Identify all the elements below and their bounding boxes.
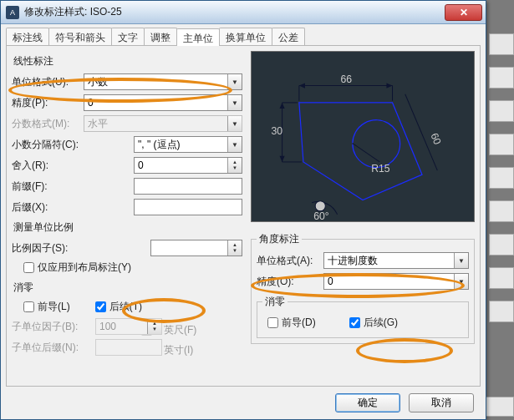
svg-text:66: 66 [341,73,353,85]
precision-label: 精度(P): [12,96,84,110]
close-button[interactable]: ✕ [445,4,482,21]
sub-suffix-label: 子单位后缀(N): [12,341,95,355]
decimal-sep-combo[interactable]: ", " (逗点) ▼ [134,136,242,153]
ang-precision-label: 精度(O): [257,275,323,289]
svg-marker-14 [386,83,392,89]
svg-marker-13 [299,83,305,89]
angular-zero-group: 消零 前导(D) 后续(G) [257,295,469,338]
dialog-window: A 修改标注样式: ISO-25 ✕ 标注线 符号和箭头 文字 调整 主单位 换… [0,0,486,420]
precision-combo[interactable]: 0 ▼ [84,94,242,111]
tab-strip: 标注线 符号和箭头 文字 调整 主单位 换算单位 公差 [6,28,481,46]
scale-group-title: 测量单位比例 [13,220,242,235]
angular-zero-title: 消零 [262,295,288,309]
sub-suffix-input [95,339,162,356]
unit-format-label: 单位格式(U): [12,75,84,89]
ang-unit-format-combo[interactable]: 十进制度数 ▼ [323,252,469,269]
sub-factor-spin: ▲▼ [95,318,162,335]
svg-text:R15: R15 [371,163,390,175]
decimal-sep-label: 小数分隔符(C): [12,138,84,152]
fraction-format-label: 分数格式(M): [12,117,84,131]
tab-fit[interactable]: 调整 [144,28,177,45]
prefix-input[interactable] [134,178,242,195]
chevron-down-icon: ▼ [227,95,242,110]
chevron-down-icon: ▼ [227,137,242,152]
fraction-format-combo: 水平 ▼ [84,115,242,132]
ang-precision-combo[interactable]: 0 ▼ [323,273,469,290]
cancel-button[interactable]: 取消 [409,393,474,412]
tab-tolerances[interactable]: 公差 [272,28,305,45]
angular-group: 角度标注 单位格式(A): 十进制度数 ▼ 精度(O): 0 [251,232,475,344]
tab-lines[interactable]: 标注线 [6,28,49,45]
spin-arrows-icon[interactable]: ▲▼ [227,240,242,256]
svg-point-17 [315,201,325,211]
sub-factor-label: 子单位因子(B): [12,320,95,334]
svg-text:60: 60 [428,131,443,146]
window-title: 修改标注样式: ISO-25 [24,5,122,19]
chevron-down-icon: ▼ [227,74,242,89]
trailing-checkbox[interactable] [95,301,106,312]
ang-trailing-checkbox[interactable] [349,317,360,328]
unit-format-combo[interactable]: 小数 ▼ [84,73,242,90]
svg-marker-15 [280,103,285,109]
svg-line-7 [353,144,379,162]
ang-trailing-label: 后续(G) [364,316,398,330]
round-spin[interactable]: ▲▼ [134,157,242,174]
ang-unit-format-label: 单位格式(A): [257,254,323,268]
scale-factor-label: 比例因子(S): [12,241,84,256]
tab-alt-units[interactable]: 换算单位 [219,28,272,45]
suffix-input[interactable] [134,199,242,215]
linear-group-title: 线性标注 [13,54,242,68]
layout-only-checkbox[interactable] [23,262,34,273]
svg-text:30: 30 [271,125,282,137]
svg-text:60°: 60° [313,210,329,221]
titlebar: A 修改标注样式: ISO-25 ✕ [1,1,486,24]
prefix-label: 前缀(F): [12,180,84,194]
trailing-label: 后续(T) [109,300,142,314]
layout-only-label: 仅应用到布局标注(Y) [38,261,131,275]
round-label: 舍入(R): [12,159,84,173]
tab-primary-units[interactable]: 主单位 [176,28,220,46]
spin-arrows-icon[interactable]: ▲▼ [227,158,242,173]
suffix-label: 后缀(X): [12,200,84,215]
ang-leading-label: 前导(D) [282,316,316,330]
chevron-down-icon: ▼ [454,274,468,289]
scale-factor-spin[interactable]: ▲▼ [150,240,242,256]
app-icon: A [6,6,19,19]
chevron-down-icon: ▼ [227,116,242,131]
tab-arrows[interactable]: 符号和箭头 [48,28,112,45]
svg-line-6 [405,94,438,170]
leading-label: 前导(L) [38,300,70,314]
svg-marker-16 [280,156,285,162]
angular-group-title: 角度标注 [257,232,302,246]
spin-arrows-icon: ▲▼ [147,319,161,334]
tab-text[interactable]: 文字 [111,28,145,45]
ang-leading-checkbox[interactable] [267,317,278,328]
preview-pane: 66 30 60 R15 60° [251,51,475,222]
chevron-down-icon: ▼ [454,253,468,268]
close-icon: ✕ [460,7,468,18]
leading-checkbox[interactable] [23,301,34,312]
zero-left-group-title: 消零 [13,281,242,295]
ok-button[interactable]: 确定 [335,393,400,412]
